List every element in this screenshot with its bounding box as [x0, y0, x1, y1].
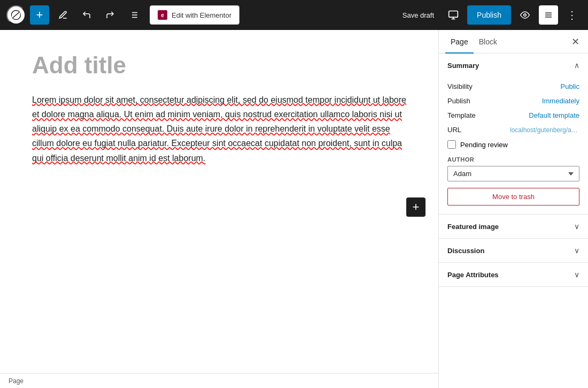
discussion-chevron-icon: ∨ [574, 246, 579, 255]
pending-review-checkbox[interactable] [447, 140, 456, 149]
featured-image-section: Featured image ∨ [439, 215, 588, 239]
url-value[interactable]: localhost/gutenberg/auto-draft/ [510, 126, 579, 134]
sidebar-tabs: Page Block ✕ [439, 30, 588, 54]
main-layout: Add title Lorem ipsum dolor sit amet, co… [0, 30, 588, 388]
preview-button[interactable] [444, 5, 463, 25]
wp-logo-button[interactable] [6, 5, 26, 25]
pending-review-row: Pending review [447, 137, 579, 152]
featured-image-header[interactable]: Featured image ∨ [439, 215, 588, 238]
tab-block[interactable]: Block [474, 30, 502, 54]
publish-value[interactable]: Immediately [542, 97, 579, 105]
featured-image-chevron-icon: ∨ [574, 222, 579, 231]
move-to-trash-button[interactable]: Move to trash [447, 188, 579, 206]
svg-point-9 [524, 14, 527, 17]
elementor-label: Edit with Elementor [172, 11, 231, 19]
summary-title: Summary [447, 62, 479, 70]
save-draft-button[interactable]: Save draft [397, 8, 439, 22]
undo-button[interactable] [77, 5, 96, 25]
post-body-text: Lorem ipsum dolor sit amet, consectetur … [32, 93, 406, 165]
sidebar-close-button[interactable]: ✕ [569, 34, 582, 50]
redo-button[interactable] [100, 5, 120, 25]
list-view-button[interactable] [124, 5, 143, 25]
status-bar: Page [0, 373, 438, 388]
add-block-inline-button[interactable]: + [406, 197, 425, 217]
editor-main: Add title Lorem ipsum dolor sit amet, co… [0, 30, 438, 388]
publish-button[interactable]: Publish [467, 5, 511, 25]
add-block-topbar-button[interactable]: + [30, 5, 49, 25]
publish-label: Publish [447, 97, 470, 105]
summary-chevron-up-icon: ∧ [574, 61, 579, 70]
tab-page[interactable]: Page [445, 30, 474, 54]
template-label: Template [447, 111, 476, 119]
featured-image-title: Featured image [447, 223, 499, 231]
author-label: AUTHOR [447, 156, 579, 163]
post-body[interactable]: Lorem ipsum dolor sit amet, consectetur … [32, 93, 406, 165]
topbar: + e Edit with Elementor Save draft Publi… [0, 0, 588, 30]
page-attributes-title: Page Attributes [447, 271, 499, 279]
discussion-section: Discussion ∨ [439, 239, 588, 263]
discussion-title: Discussion [447, 247, 484, 255]
summary-content: Visibility Public Publish Immediately Te… [439, 77, 588, 214]
post-preview-button[interactable] [515, 5, 535, 25]
svg-rect-6 [449, 11, 458, 18]
more-options-button[interactable]: ⋮ [562, 5, 582, 25]
visibility-value[interactable]: Public [561, 82, 579, 90]
visibility-row: Visibility Public [447, 79, 579, 94]
tools-button[interactable] [53, 5, 73, 25]
url-label: URL [447, 126, 461, 134]
publish-row: Publish Immediately [447, 94, 579, 108]
page-attributes-chevron-icon: ∨ [574, 270, 579, 279]
url-row: URL localhost/gutenberg/auto-draft/ [447, 123, 579, 137]
page-attributes-header[interactable]: Page Attributes ∨ [439, 263, 588, 286]
edit-elementor-button[interactable]: e Edit with Elementor [150, 5, 239, 25]
visibility-label: Visibility [447, 82, 473, 90]
summary-section-header[interactable]: Summary ∧ [439, 54, 588, 77]
post-title-input[interactable]: Add title [32, 51, 406, 80]
author-select[interactable]: Adam [447, 166, 579, 181]
summary-section: Summary ∧ Visibility Public Publish Imme… [439, 54, 588, 215]
sidebar: Page Block ✕ Summary ∧ Visibility Public… [438, 30, 588, 388]
template-row: Template Default template [447, 108, 579, 123]
settings-panel-button[interactable] [539, 5, 558, 25]
pending-review-label: Pending review [460, 141, 508, 149]
page-attributes-section: Page Attributes ∨ [439, 263, 588, 287]
status-label: Page [9, 377, 24, 385]
elementor-icon: e [158, 10, 167, 20]
template-value[interactable]: Default template [529, 111, 579, 119]
discussion-header[interactable]: Discussion ∨ [439, 239, 588, 262]
